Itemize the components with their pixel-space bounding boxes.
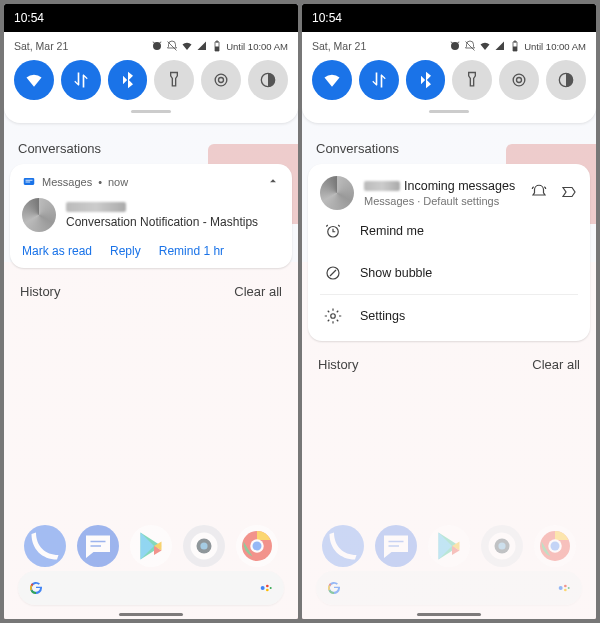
status-icons: Until 10:00 AM [449,40,586,52]
svg-point-10 [261,586,265,590]
svg-point-15 [513,74,525,86]
alarm-icon [449,40,461,52]
nfc-icon [509,70,529,90]
qs-wifi[interactable] [14,60,54,100]
shade-handle[interactable] [131,110,171,113]
status-time: 10:54 [312,11,342,25]
channel-setting: Default settings [423,195,499,207]
status-time: 10:54 [14,11,44,25]
messages-app[interactable] [375,525,417,567]
qs-data[interactable] [61,60,101,100]
shade-handle[interactable] [429,110,469,113]
phone-app[interactable] [24,525,66,567]
gesture-nav-bar[interactable] [417,613,481,616]
notification-shade: Sat, Mar 21 Until 10:00 AM [302,32,596,123]
camera-app[interactable] [481,525,523,567]
dark-icon [258,70,278,90]
wifi-status-icon [479,40,491,52]
status-bar: 10:54 [4,4,298,32]
qs-bluetooth[interactable] [406,60,446,100]
bell-ring-icon [530,183,548,201]
collapse-button[interactable] [266,174,280,190]
qs-nfc[interactable] [201,60,241,100]
settings-item[interactable]: Settings [320,294,578,337]
conversations-label: Conversations [302,123,596,164]
quick-settings-row [14,60,288,100]
assistant-icon[interactable] [258,580,274,596]
gear-icon [324,307,342,325]
status-until: Until 10:00 AM [226,41,288,52]
qs-dark[interactable] [546,60,586,100]
chrome-app[interactable] [534,525,576,567]
history-label[interactable]: History [20,284,60,299]
svg-point-9 [253,542,262,551]
longpress-header: Incoming messages Messages · Default set… [320,176,578,210]
mark-as-read-button[interactable]: Mark as read [22,244,92,258]
data-icon [369,70,389,90]
data-icon [71,70,91,90]
sender-name-redacted [66,202,126,212]
qs-dark[interactable] [248,60,288,100]
svg-point-14 [517,78,522,83]
bluetooth-icon [118,70,138,90]
notification-age: now [108,176,128,188]
notification-card[interactable]: Messages • now Conversation Notification… [10,164,292,268]
history-label[interactable]: History [318,357,358,372]
play-store-app[interactable] [428,525,470,567]
reply-button[interactable]: Reply [110,244,141,258]
remind-me-item[interactable]: Remind me [320,210,578,252]
search-bar[interactable] [316,571,582,605]
phone-app[interactable] [322,525,364,567]
remind-1hr-button[interactable]: Remind 1 hr [159,244,224,258]
messages-app-icon [22,175,36,189]
google-logo-icon [326,580,342,596]
signal-icon [494,40,506,52]
qs-bluetooth[interactable] [108,60,148,100]
phone-right: 10:54 Sat, Mar 21 Until 10:00 AM Convers… [302,4,596,619]
search-bar[interactable] [18,571,284,605]
clear-all-button[interactable]: Clear all [532,357,580,372]
notification-longpress-panel: Incoming messages Messages · Default set… [308,164,590,341]
signal-icon [196,40,208,52]
svg-point-22 [499,542,506,549]
avatar [320,176,354,210]
svg-point-6 [201,542,208,549]
clear-all-button[interactable]: Clear all [234,284,282,299]
google-logo-icon [28,580,44,596]
wifi-icon [322,70,342,90]
play-store-app[interactable] [130,525,172,567]
gesture-nav-bar[interactable] [119,613,183,616]
assistant-icon[interactable] [556,580,572,596]
sender-name-redacted [364,181,400,191]
show-bubble-item[interactable]: Show bubble [320,252,578,294]
camera-app[interactable] [183,525,225,567]
nfc-icon [211,70,231,90]
qs-wifi[interactable] [312,60,352,100]
dock [4,525,298,567]
svg-point-12 [266,589,269,592]
alarm-icon [151,40,163,52]
phone-left: 10:54 Sat, Mar 21 Until 10:00 AM Convers… [4,4,298,619]
quick-settings-row [312,60,586,100]
remind-me-label: Remind me [360,224,424,238]
qs-data[interactable] [359,60,399,100]
channel-title: Incoming messages [404,179,515,193]
messages-app[interactable] [77,525,119,567]
qs-flashlight[interactable] [154,60,194,100]
conversations-label: Conversations [4,123,298,164]
chrome-app[interactable] [236,525,278,567]
shade-date: Sat, Mar 21 [312,40,366,52]
qs-nfc[interactable] [499,60,539,100]
status-bar: 10:54 [302,4,596,32]
alarm-icon [324,222,342,240]
priority-toggle[interactable] [560,183,578,204]
svg-rect-3 [24,178,35,185]
avatar [22,198,56,232]
svg-point-29 [568,587,570,589]
qs-flashlight[interactable] [452,60,492,100]
svg-point-26 [559,586,563,590]
settings-label: Settings [360,309,405,323]
wifi-icon [24,70,44,90]
battery-icon [211,40,223,52]
alerting-toggle[interactable] [530,183,548,204]
